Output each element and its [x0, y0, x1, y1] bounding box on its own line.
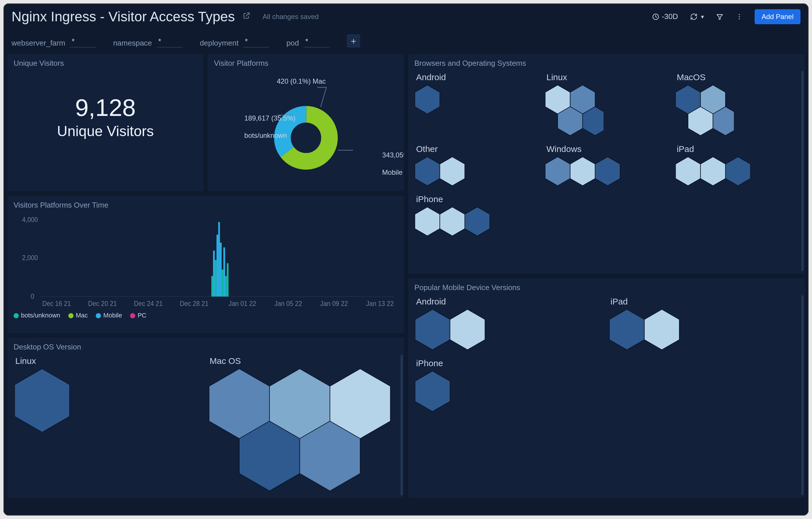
- hex-group[interactable]: Windows: [545, 144, 668, 188]
- svg-text:Jan 13 22: Jan 13 22: [366, 299, 394, 307]
- svg-rect-14: [216, 235, 218, 297]
- panel-visitor-platforms[interactable]: Visitor Platforms 420 (0.1%) Mac: [207, 53, 404, 192]
- svg-rect-16: [220, 243, 222, 297]
- panel-unique-visitors[interactable]: Unique Visitors 9,128 Unique Visitors: [7, 53, 204, 192]
- hex-cluster: [414, 371, 462, 413]
- hex-group[interactable]: iPad: [609, 297, 796, 352]
- hex-cluster: [675, 85, 734, 137]
- hex-group[interactable]: Mac OS: [208, 356, 395, 493]
- svg-rect-13: [215, 260, 216, 297]
- legend-item: bots/unknown: [13, 312, 60, 319]
- svg-rect-17: [222, 269, 224, 297]
- svg-point-3: [739, 18, 740, 19]
- panel-title: Visitors Platforms Over Time: [13, 201, 398, 210]
- variable-filters: webserver_farm * namespace * deployment …: [3, 26, 809, 53]
- hex-group[interactable]: Linux: [13, 356, 201, 493]
- hex-cluster: [414, 309, 497, 351]
- hex-group[interactable]: MacOS: [675, 73, 799, 138]
- hex-group[interactable]: Linux: [545, 73, 668, 138]
- browsers-os-groups: AndroidLinuxMacOSOtherWindowsiPadiPhone: [414, 70, 799, 269]
- svg-text:Dec 20 21: Dec 20 21: [88, 299, 117, 307]
- unique-visitors-sub: Unique Visitors: [13, 123, 197, 140]
- hex-cluster: [414, 207, 498, 237]
- hex-group-title: Android: [414, 73, 538, 82]
- unique-visitors-value: 9,128: [13, 94, 197, 122]
- hex-cluster: [414, 85, 448, 115]
- refresh-icon: [690, 13, 698, 21]
- panel-mobile-versions[interactable]: Popular Mobile Device Versions AndroidiP…: [408, 278, 805, 498]
- panel-title: Unique Visitors: [13, 59, 197, 68]
- svg-marker-59: [415, 371, 450, 411]
- svg-marker-49: [676, 157, 701, 186]
- hex-group[interactable]: iPhone: [414, 358, 602, 414]
- more-icon: [735, 13, 743, 21]
- add-filter-button[interactable]: ＋: [347, 34, 360, 48]
- time-range-label: -30D: [662, 12, 678, 21]
- panel-desktop-os[interactable]: Desktop OS Version LinuxMac OSWindows: [7, 337, 404, 498]
- svg-rect-20: [227, 263, 229, 297]
- hex-group[interactable]: Android: [414, 73, 538, 138]
- svg-point-2: [739, 16, 740, 17]
- hex-group[interactable]: iPhone: [414, 194, 538, 238]
- filter-toggle[interactable]: [713, 11, 726, 22]
- svg-marker-47: [570, 157, 595, 186]
- filter-namespace[interactable]: namespace *: [113, 36, 182, 48]
- refresh-button[interactable]: ▾: [687, 11, 707, 22]
- svg-marker-46: [545, 157, 570, 186]
- panel-platforms-over-time[interactable]: Visitors Platforms Over Time 4,000 2,000…: [7, 195, 404, 334]
- hex-group[interactable]: Android: [414, 297, 602, 352]
- hex-group-title: Linux: [545, 73, 668, 82]
- mobile-version-groups: AndroidiPadiPhone: [414, 294, 799, 493]
- svg-marker-50: [700, 157, 725, 186]
- x-axis-ticks: Dec 16 21 Dec 20 21 Dec 24 21 Dec 28 21 …: [42, 299, 394, 307]
- filter-webserver-farm[interactable]: webserver_farm *: [11, 36, 96, 48]
- svg-marker-54: [465, 207, 490, 236]
- filter-deployment[interactable]: deployment *: [200, 36, 269, 48]
- hex-cluster: [675, 157, 759, 187]
- filter-icon: [716, 13, 723, 21]
- hex-group-title: MacOS: [675, 73, 799, 82]
- legend-item: Mobile: [96, 312, 122, 319]
- svg-text:0: 0: [31, 292, 34, 300]
- time-range[interactable]: -30D: [649, 10, 681, 23]
- legend-item: PC: [130, 312, 146, 319]
- top-bar: Nginx Ingress - Visitor Access Types All…: [3, 3, 809, 26]
- filter-pod[interactable]: pod *: [286, 36, 329, 48]
- timeseries-chart: 4,000 2,000 0: [13, 212, 398, 308]
- donut-callout-mac: 420 (0.1%) Mac: [277, 77, 325, 86]
- panel-browsers-os[interactable]: Browsers and Operating Systems AndroidLi…: [408, 53, 805, 274]
- svg-rect-18: [224, 248, 225, 297]
- panel-scrollbar[interactable]: [801, 71, 804, 271]
- panel-scrollbar[interactable]: [401, 355, 403, 495]
- panel-scrollbar[interactable]: [801, 295, 804, 495]
- hex-cluster: [208, 369, 398, 492]
- panel-title: Visitor Platforms: [214, 59, 398, 68]
- donut-callout-bots: 189,617 (35.5%) bots/unknown: [218, 105, 295, 148]
- svg-text:Jan 01 22: Jan 01 22: [229, 299, 256, 307]
- desktop-os-groups: LinuxMac OSWindows: [13, 354, 398, 493]
- hex-group-title: Windows: [545, 144, 668, 154]
- svg-marker-48: [595, 157, 620, 186]
- panel-title: Desktop OS Version: [13, 343, 398, 351]
- hex-group[interactable]: Other: [414, 144, 538, 188]
- svg-marker-51: [725, 157, 751, 186]
- svg-text:Dec 16 21: Dec 16 21: [42, 299, 71, 307]
- svg-text:Dec 24 21: Dec 24 21: [134, 299, 163, 307]
- hex-group-title: iPhone: [414, 358, 602, 368]
- page-title: Nginx Ingress - Visitor Access Types: [11, 9, 235, 25]
- svg-marker-35: [415, 85, 440, 114]
- hex-group[interactable]: iPad: [675, 144, 799, 188]
- svg-text:4,000: 4,000: [22, 216, 38, 224]
- svg-marker-57: [609, 309, 644, 350]
- svg-marker-58: [644, 309, 679, 350]
- svg-marker-29: [15, 369, 70, 432]
- svg-marker-45: [440, 157, 465, 186]
- share-icon[interactable]: [242, 11, 251, 22]
- svg-text:2,000: 2,000: [22, 254, 38, 261]
- hex-group-title: Android: [414, 297, 602, 307]
- chevron-down-icon: ▾: [701, 13, 704, 20]
- svg-rect-11: [211, 276, 213, 297]
- add-panel-button[interactable]: Add Panel: [755, 9, 801, 24]
- more-menu[interactable]: [733, 11, 746, 22]
- svg-marker-44: [415, 157, 440, 186]
